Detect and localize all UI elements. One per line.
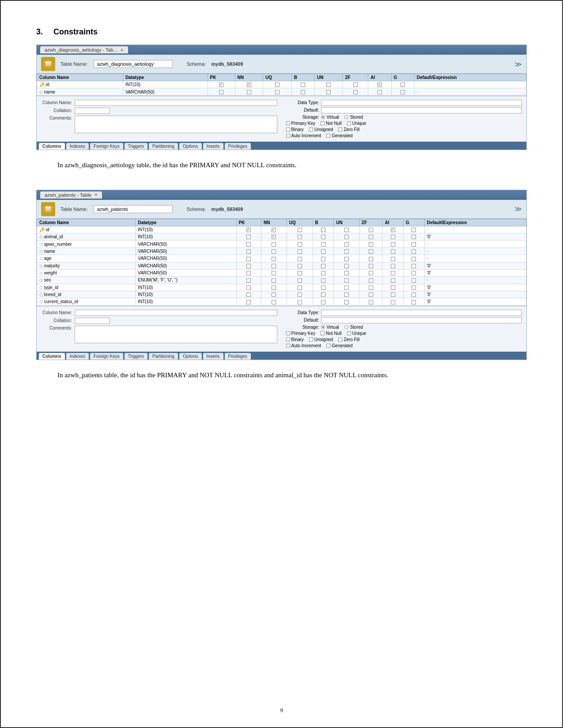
col-uq-cell[interactable] xyxy=(287,284,313,291)
col-nn-cell[interactable] xyxy=(261,269,287,276)
checkbox-b[interactable] xyxy=(321,285,325,290)
col-nn-cell[interactable] xyxy=(261,255,287,262)
col-zf-cell[interactable] xyxy=(359,226,382,233)
checkbox-uq[interactable] xyxy=(298,264,302,268)
col-pk-cell[interactable] xyxy=(236,255,261,262)
col-b-cell[interactable] xyxy=(313,262,334,269)
checkbox-b[interactable] xyxy=(321,228,325,232)
col-pk-cell[interactable] xyxy=(208,81,235,88)
checkbox-b[interactable] xyxy=(321,278,325,283)
checkbox-b[interactable] xyxy=(321,235,325,239)
col-zf-cell[interactable] xyxy=(359,233,382,240)
checkbox-ai[interactable] xyxy=(391,264,395,268)
col-uq-cell[interactable] xyxy=(287,255,313,262)
col-g-cell[interactable] xyxy=(404,298,425,305)
checkbox-g[interactable] xyxy=(401,83,405,87)
checkbox-b[interactable] xyxy=(321,271,325,275)
checkbox-ai[interactable] xyxy=(391,271,395,275)
checkbox-pk[interactable] xyxy=(246,278,251,283)
col-b-cell[interactable] xyxy=(313,248,334,255)
col-b-cell[interactable] xyxy=(313,269,334,276)
checkbox-uq[interactable] xyxy=(298,235,302,239)
checkbox-un[interactable] xyxy=(344,300,349,304)
checkbox-ai[interactable] xyxy=(391,235,395,239)
col-un-cell[interactable] xyxy=(334,291,359,298)
checkbox-un[interactable] xyxy=(344,293,349,297)
col-zf-cell[interactable] xyxy=(359,277,382,284)
col-ai-cell[interactable] xyxy=(368,81,391,88)
col-zf-cell[interactable] xyxy=(359,240,382,248)
checkbox-nn[interactable] xyxy=(272,235,276,239)
col-un-cell[interactable] xyxy=(334,255,359,262)
col-g-cell[interactable] xyxy=(404,277,425,284)
col-b-cell[interactable] xyxy=(313,284,334,291)
checkbox-zf[interactable] xyxy=(369,293,373,297)
detail2-collation-select[interactable] xyxy=(75,318,110,324)
checkbox-b[interactable] xyxy=(321,300,325,304)
col-pk-cell[interactable] xyxy=(236,284,261,291)
col-pk-cell[interactable] xyxy=(236,226,261,233)
tab-item-indexes[interactable]: Indexes xyxy=(66,353,89,360)
checkbox-nn[interactable] xyxy=(272,257,276,261)
checkbox-pk[interactable] xyxy=(246,271,251,275)
tab-item-foreign-keys[interactable]: Foreign Keys xyxy=(90,353,123,360)
col-zf-cell[interactable] xyxy=(359,284,382,291)
checkbox-g[interactable] xyxy=(412,278,416,283)
detail-comments-input[interactable] xyxy=(75,116,277,133)
col-un-cell[interactable] xyxy=(334,284,359,291)
tab-label-diagnosis[interactable]: azwh_diagnosis_aetiology - Tab... ✕ xyxy=(40,46,128,53)
checkbox-ai[interactable] xyxy=(391,228,395,232)
checkbox-g[interactable] xyxy=(412,242,416,247)
checkbox-nn[interactable] xyxy=(272,228,276,232)
col-b-cell[interactable] xyxy=(291,81,314,88)
col-pk-cell[interactable] xyxy=(236,233,261,240)
col-pk-cell[interactable] xyxy=(236,248,261,255)
checkbox-nn[interactable] xyxy=(272,242,276,247)
col-g-cell[interactable] xyxy=(404,262,425,269)
col-uq-cell[interactable] xyxy=(263,88,291,95)
cb-unique[interactable] xyxy=(347,121,351,125)
checkbox-pk[interactable] xyxy=(246,264,251,268)
col-nn-cell[interactable] xyxy=(261,226,287,233)
checkbox-pk[interactable] xyxy=(246,300,251,304)
radio2-virtual[interactable] xyxy=(321,325,325,329)
col-uq-cell[interactable] xyxy=(287,269,313,276)
detail-collation-select[interactable] xyxy=(75,108,110,114)
checkbox-g[interactable] xyxy=(412,249,416,254)
col-zf-cell[interactable] xyxy=(359,269,382,276)
checkbox-b[interactable] xyxy=(321,249,325,254)
col-uq-cell[interactable] xyxy=(287,291,313,298)
col-nn-cell[interactable] xyxy=(261,248,287,255)
collapse-arrows-2[interactable]: ≫ xyxy=(514,205,522,213)
col-uq-cell[interactable] xyxy=(287,226,313,233)
col-un-cell[interactable] xyxy=(334,233,359,240)
col-ai-cell[interactable] xyxy=(382,233,404,240)
tab-item-privileges[interactable]: Privileges xyxy=(225,353,251,360)
tab-close-patients-icon[interactable]: ✕ xyxy=(94,192,98,197)
radio-virtual[interactable] xyxy=(321,115,325,119)
checkbox-b[interactable] xyxy=(321,264,325,268)
checkbox-zf[interactable] xyxy=(353,90,358,94)
col-uq-cell[interactable] xyxy=(287,248,313,255)
detail2-datatype-input[interactable] xyxy=(321,310,522,316)
col-zf-cell[interactable] xyxy=(343,81,368,88)
col-uq-cell[interactable] xyxy=(287,240,313,248)
col-nn-cell[interactable] xyxy=(261,240,287,248)
cb2-zerofill[interactable] xyxy=(338,338,342,341)
col-nn-cell[interactable] xyxy=(261,298,287,305)
checkbox-un[interactable] xyxy=(344,285,349,290)
checkbox-b[interactable] xyxy=(301,90,305,94)
col-b-cell[interactable] xyxy=(313,277,334,284)
cb2-autoincrement[interactable] xyxy=(286,344,290,348)
detail-column-name-input[interactable] xyxy=(75,100,277,106)
checkbox-nn[interactable] xyxy=(272,278,276,283)
checkbox-un[interactable] xyxy=(326,83,331,87)
col-un-cell[interactable] xyxy=(334,240,359,248)
checkbox-g[interactable] xyxy=(412,293,416,297)
col-pk-cell[interactable] xyxy=(208,88,235,95)
checkbox-pk[interactable] xyxy=(246,242,251,247)
col-zf-cell[interactable] xyxy=(359,255,382,262)
radio-stored[interactable] xyxy=(344,115,348,119)
collapse-arrows[interactable]: ≫ xyxy=(514,60,522,68)
checkbox-b[interactable] xyxy=(321,257,325,261)
